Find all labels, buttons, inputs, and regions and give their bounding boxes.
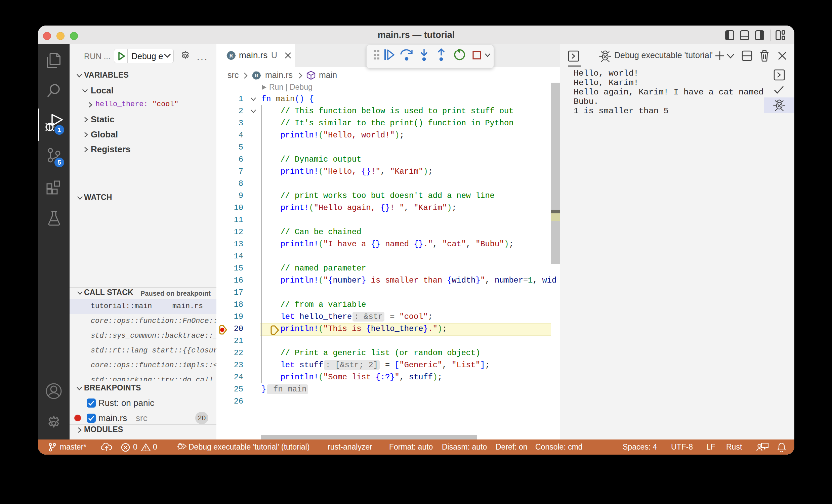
svg-text:R: R (255, 73, 259, 78)
svg-text:R: R (229, 53, 233, 58)
